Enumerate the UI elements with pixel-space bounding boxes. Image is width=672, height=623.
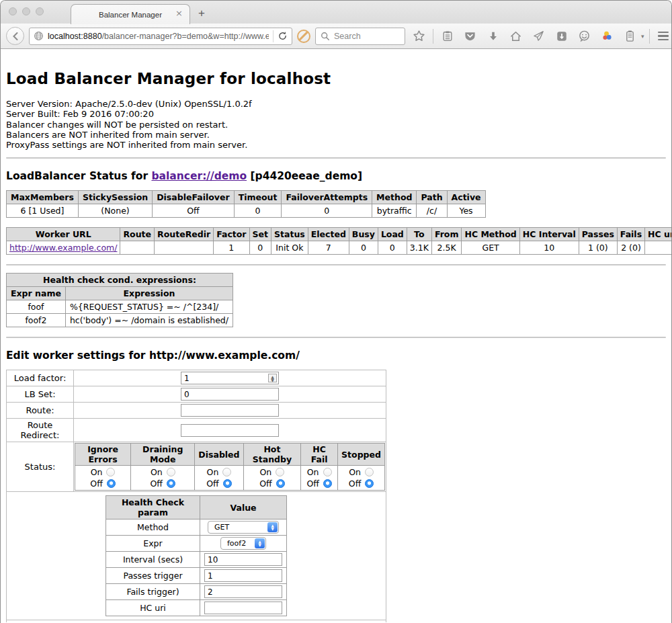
inherit-note-line: Balancers are NOT inherited from main se… [6, 130, 666, 140]
extension-download-button[interactable] [552, 27, 571, 45]
col-from: From [431, 228, 462, 241]
col-routeredir: RouteRedir [155, 228, 214, 241]
col-expression: Expression [65, 287, 233, 300]
radio-hot-standby-off[interactable] [276, 479, 285, 488]
window-zoom-button[interactable] [36, 7, 44, 15]
hc-uri-input[interactable] [204, 601, 282, 614]
cell-expr-name: foof2 [7, 314, 66, 327]
globe-icon [34, 31, 44, 41]
route-redirect-input[interactable] [181, 424, 279, 437]
off-label: Off [151, 478, 163, 489]
col-elected: Elected [308, 228, 349, 241]
cell-timeout: 0 [234, 204, 282, 218]
downloads-button[interactable] [484, 27, 502, 45]
form-row-route: Route: [7, 403, 386, 419]
col-route: Route [120, 228, 155, 241]
table-row: http://www.example.com/ 1 0 Init Ok 7 0 … [7, 241, 672, 255]
paper-plane-icon [532, 30, 545, 42]
hc-method-select[interactable]: GET ▲▼ [208, 521, 279, 534]
battery-extension-button[interactable] [621, 27, 639, 45]
back-button[interactable] [6, 27, 24, 45]
hc-passes-input[interactable] [204, 569, 282, 582]
window-minimize-button[interactable] [22, 7, 30, 15]
hc-row-method: Method GET ▲▼ [106, 520, 287, 536]
hc-fails-input[interactable] [204, 585, 282, 598]
radio-draining-mode-off[interactable] [167, 479, 175, 488]
select-stepper-icon: ▲▼ [267, 522, 278, 532]
radio-hc-fail-on[interactable] [323, 468, 332, 476]
radio-ignore-errors-off[interactable] [107, 479, 116, 488]
url-domain: localhost:8880 [48, 32, 102, 41]
col-hot-standby: Hot Standby [243, 444, 301, 466]
col-hc-uri: HC uri [645, 228, 671, 241]
load-factor-input[interactable] [181, 372, 279, 384]
cell-status: Init Ok [271, 241, 308, 255]
radio-ignore-errors-on[interactable] [106, 468, 115, 476]
radio-hot-standby-on[interactable] [276, 468, 284, 476]
radio-disabled-on[interactable] [222, 468, 231, 476]
menu-button[interactable] [655, 27, 672, 45]
new-tab-button[interactable]: + [198, 7, 205, 20]
lb-set-input[interactable] [181, 388, 279, 401]
tab-balancer-manager[interactable]: Balancer Manager × [71, 4, 190, 24]
route-input[interactable] [181, 404, 279, 417]
page-title: Load Balancer Manager for localhost [6, 70, 666, 87]
page-content: Load Balancer Manager for localhost Serv… [1, 49, 671, 622]
hc-expr-selected-value: foof2 [227, 539, 254, 548]
url-bar[interactable]: localhost:8880/balancer-manager?b=demo&w… [29, 28, 292, 45]
health-check-expressions-table: Health check cond. expressions: Expr nam… [6, 273, 233, 327]
tab-strip: Balancer Manager × + [1, 1, 671, 24]
col-disablefailover: DisableFailover [153, 191, 234, 204]
on-label: On [349, 466, 361, 478]
tab-close-icon[interactable]: × [175, 9, 183, 17]
status-header-row: Ignore Errors Draining Mode Disabled Hot… [75, 444, 385, 466]
off-label: Off [206, 478, 218, 489]
health-check-param-table: Health Check param Value Method GET ▲▼ [106, 495, 287, 616]
worker-url-link[interactable]: http://www.example.com/ [9, 243, 117, 253]
on-label: On [307, 466, 319, 478]
radio-stopped-on[interactable] [365, 468, 374, 476]
spinner-icon[interactable]: ▲▼ [268, 374, 277, 382]
home-button[interactable] [507, 27, 525, 45]
search-bar[interactable]: Search [315, 28, 405, 45]
cell-maxmembers: 6 [1 Used] [7, 204, 79, 218]
load-factor-stepper[interactable]: ▲▼ [181, 372, 279, 384]
balancer-demo-link[interactable]: balancer://demo [151, 170, 247, 182]
urlbar-divider [273, 30, 274, 42]
col-failoverattempts: FailoverAttempts [282, 191, 372, 204]
col-hc-value: Value [200, 496, 287, 520]
emoji-extension-button[interactable] [575, 27, 593, 45]
balancer-status-table: MaxMembers StickySession DisableFailover… [6, 190, 486, 218]
radio-stopped-off[interactable] [365, 479, 374, 488]
url-path: /balancer-manager?b=demo&w=http://www.ex… [102, 32, 269, 41]
form-row-lb-set: LB Set: [7, 386, 386, 403]
divider [6, 264, 666, 265]
reading-list-button[interactable] [438, 27, 456, 45]
window-close-button[interactable] [9, 7, 17, 15]
hc-expr-select[interactable]: foof2 ▲▼ [220, 537, 266, 550]
url-text[interactable]: localhost:8880/balancer-manager?b=demo&w… [48, 32, 269, 41]
radio-disabled-off[interactable] [223, 479, 232, 488]
persist-note-line: Balancer changes will NOT be persisted o… [6, 120, 666, 130]
hc-interval-input[interactable] [204, 553, 282, 566]
chevron-down-icon[interactable]: ▾ [641, 33, 644, 40]
content-blocker-icon[interactable] [297, 30, 310, 43]
radio-hc-fail-off[interactable] [323, 479, 332, 488]
col-factor: Factor [214, 228, 249, 241]
bookmark-star-button[interactable] [410, 27, 428, 45]
table-header-row: Expr name Expression [7, 287, 233, 300]
col-disabled: Disabled [195, 444, 243, 466]
server-info: Server Version: Apache/2.5.0-dev (Unix) … [6, 99, 666, 150]
reload-icon[interactable] [278, 31, 288, 41]
col-worker-url: Worker URL [7, 228, 120, 241]
share-button[interactable] [530, 27, 548, 45]
color-dots-extension-button[interactable] [598, 27, 616, 45]
edit-worker-form: Load factor: ▲▼ LB Set: Route: Route Red… [6, 370, 386, 622]
pocket-button[interactable] [461, 27, 479, 45]
window-controls[interactable] [9, 7, 44, 15]
cell-fails: 2 (0) [617, 241, 644, 255]
loadbalancer-status-heading: LoadBalancer Status for balancer://demo … [6, 170, 666, 182]
cell-stickysession: (None) [78, 204, 152, 218]
radio-draining-mode-on[interactable] [167, 468, 175, 476]
select-stepper-icon: ▲▼ [255, 538, 265, 548]
